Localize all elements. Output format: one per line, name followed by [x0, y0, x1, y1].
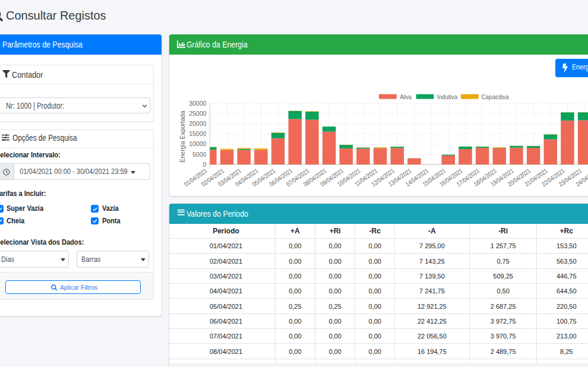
svg-text:Energia Exportada: Energia Exportada	[179, 110, 186, 162]
svg-text:20000: 20000	[189, 120, 206, 127]
svg-text:5000: 5000	[192, 151, 207, 158]
svg-text:10000: 10000	[189, 140, 206, 147]
svg-text:25000: 25000	[189, 110, 206, 117]
svg-text:Ativa: Ativa	[400, 93, 412, 100]
svg-text:Capacitiva: Capacitiva	[481, 93, 509, 100]
svg-text:15000: 15000	[189, 130, 206, 137]
svg-text:30000: 30000	[189, 100, 206, 107]
svg-text:Indutiva: Indutiva	[437, 93, 457, 100]
svg-text:0: 0	[203, 161, 207, 168]
